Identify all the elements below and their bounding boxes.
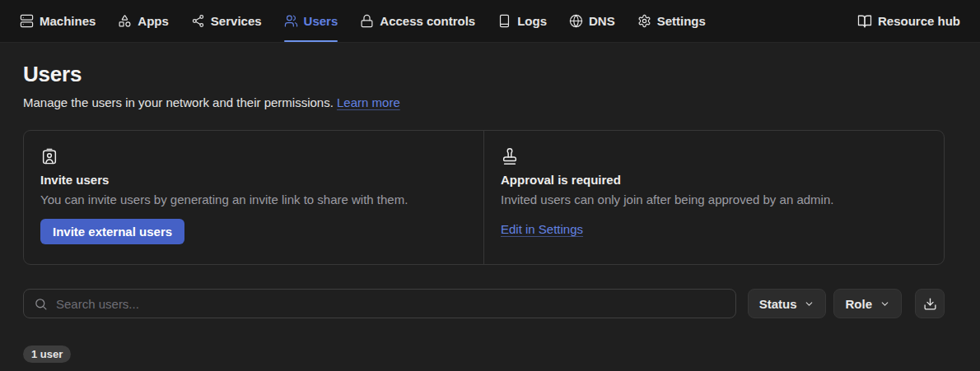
invite-users-title: Invite users — [40, 173, 467, 187]
journal-icon — [497, 14, 511, 28]
nav-tab-users[interactable]: Users — [284, 0, 338, 42]
subtitle-text: Manage the users in your network and the… — [23, 95, 334, 109]
book-open-icon — [857, 14, 872, 29]
approval-description: Invited users can only join after being … — [501, 191, 927, 208]
nav-resource-hub[interactable]: Resource hub — [857, 0, 960, 42]
nav-tab-services[interactable]: Services — [191, 0, 262, 42]
chevron-down-icon — [804, 299, 814, 309]
users-toolbar: Status Role — [23, 289, 945, 318]
export-users-button[interactable] — [915, 289, 945, 318]
download-icon — [923, 297, 937, 311]
role-filter-label: Role — [845, 297, 872, 311]
nav-label: Users — [304, 14, 338, 28]
role-filter-button[interactable]: Role — [833, 289, 902, 318]
id-badge-icon — [40, 147, 467, 165]
nav-label: Services — [211, 14, 262, 28]
chevron-down-icon — [880, 299, 890, 309]
top-navigation: Machines Apps Services Users Access cont — [0, 0, 980, 43]
stamp-icon — [501, 147, 927, 165]
nav-tab-machines[interactable]: Machines — [20, 0, 96, 42]
nav-label: Logs — [517, 14, 547, 28]
gear-icon — [637, 14, 651, 28]
nav-label: Access controls — [380, 14, 475, 28]
primary-nav: Machines Apps Services Users Access cont — [20, 0, 706, 42]
edit-in-settings-link[interactable]: Edit in Settings — [501, 222, 583, 236]
nav-label: Machines — [40, 14, 96, 28]
nav-label: DNS — [589, 14, 615, 28]
users-icon — [284, 14, 298, 28]
nav-label: Apps — [138, 14, 169, 28]
nav-tab-settings[interactable]: Settings — [637, 0, 706, 42]
search-icon — [34, 297, 48, 311]
status-filter-label: Status — [759, 297, 797, 311]
learn-more-link[interactable]: Learn more — [337, 95, 400, 109]
globe-icon — [569, 14, 583, 28]
nav-spacer — [706, 0, 857, 42]
info-cards: Invite users You can invite users by gen… — [23, 130, 945, 265]
nav-label: Resource hub — [878, 14, 960, 28]
search-users-input[interactable] — [56, 297, 726, 311]
nav-tab-access-controls[interactable]: Access controls — [360, 0, 475, 42]
approval-title: Approval is required — [501, 173, 927, 187]
status-filter-button[interactable]: Status — [748, 289, 827, 318]
page-subtitle: Manage the users in your network and the… — [23, 95, 945, 109]
search-box[interactable] — [23, 289, 736, 318]
invite-external-users-button[interactable]: Invite external users — [40, 219, 184, 244]
invite-users-description: You can invite users by generating an in… — [40, 191, 467, 208]
invite-users-card: Invite users You can invite users by gen… — [24, 131, 483, 264]
nav-tab-logs[interactable]: Logs — [497, 0, 547, 42]
user-count-badge: 1 user — [23, 345, 71, 363]
flow-icon — [191, 14, 205, 28]
approval-card: Approval is required Invited users can o… — [483, 131, 944, 264]
main-content: Users Manage the users in your network a… — [0, 43, 980, 363]
page-title: Users — [23, 62, 945, 87]
shapes-icon — [118, 14, 132, 28]
nav-label: Settings — [657, 14, 706, 28]
nav-tab-dns[interactable]: DNS — [569, 0, 615, 42]
lock-icon — [360, 14, 374, 28]
nav-tab-apps[interactable]: Apps — [118, 0, 169, 42]
server-icon — [20, 14, 34, 28]
